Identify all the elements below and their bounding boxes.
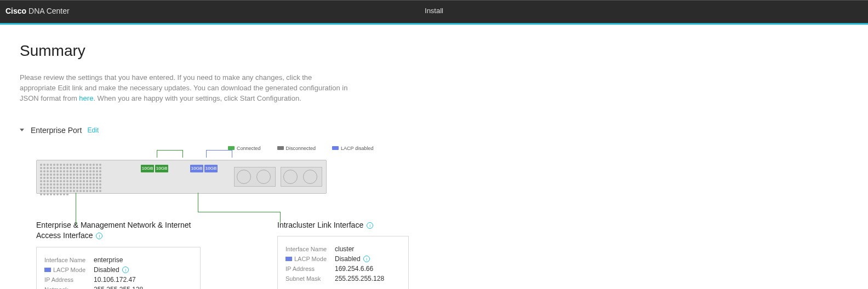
appliance-chassis: 10GB 10GB 10GB 10GB (36, 160, 327, 194)
label-lacp: LACP Mode (285, 256, 335, 262)
label-ip: IP Address (44, 276, 94, 283)
legend-disconnected: Disconnected (286, 146, 316, 151)
appliance-diagram: 10GB 10GB 10GB 10GB (36, 154, 365, 198)
cluster-interface-block: Intracluster Link Interface i Interface … (277, 220, 409, 289)
legend-connected: Connected (237, 146, 261, 151)
cluster-card: Interface Namecluster LACP ModeDisabled … (277, 236, 409, 289)
section-enterprise-port-header[interactable]: Enterprise Port Edit (20, 126, 868, 135)
connector-line (198, 193, 198, 212)
value-ip: 169.254.6.66 (335, 265, 373, 273)
enterprise-card: Interface Nameenterprise LACP ModeDisabl… (36, 247, 201, 289)
fan-icon (256, 170, 271, 184)
connector-line (76, 193, 76, 226)
intro-text: Please review the settings that you have… (20, 73, 349, 104)
brand: Cisco DNA Center (5, 7, 70, 15)
brand-bold: Cisco (5, 7, 26, 15)
vent-grille (39, 163, 105, 190)
info-icon[interactable]: i (96, 233, 102, 239)
port-icon (285, 257, 292, 261)
cluster-title-text: Intracluster Link Interface (277, 221, 363, 229)
label-netmask: Netmask (44, 286, 94, 289)
port-tag-10gb: 10GB (141, 165, 154, 172)
psu-module (281, 167, 322, 187)
port-tag-10gb: 10GB (190, 165, 203, 172)
page-title: Summary (20, 42, 868, 60)
info-icon[interactable]: i (122, 267, 129, 273)
intro-part2: . When you are happy with your settings,… (93, 94, 301, 102)
section-name: Enterprise Port (31, 126, 82, 135)
tab-install[interactable]: Install (425, 7, 443, 15)
chevron-down-icon (20, 129, 24, 131)
value-ifname: cluster (335, 245, 354, 253)
fan-icon (303, 170, 317, 184)
psu-module (234, 167, 276, 187)
label-lacp: LACP Mode (44, 267, 94, 273)
enterprise-interface-block: Enterprise & Management Network & Intern… (36, 220, 201, 289)
label-subnet: Subnet Mask (285, 275, 335, 282)
value-lacp: Disabled i (335, 255, 370, 263)
value-ip: 10.106.172.47 (94, 276, 136, 284)
info-icon[interactable]: i (363, 256, 370, 262)
port-tag-10gb: 10GB (204, 165, 218, 172)
value-ifname: enterprise (94, 256, 123, 264)
port-tag-10gb: 10GB (155, 165, 168, 172)
legend-lacp: LACP disabled (341, 146, 373, 151)
legend-swatch-disconnected (277, 146, 284, 150)
edit-link[interactable]: Edit (87, 126, 99, 134)
label-ip: IP Address (285, 265, 335, 272)
bracket-cluster (206, 150, 232, 158)
brand-rest: DNA Center (26, 7, 70, 15)
top-bar: Cisco DNA Center Install (0, 0, 868, 23)
label-ifname: Interface Name (44, 257, 94, 263)
fan-icon (237, 170, 251, 184)
port-icon (44, 268, 51, 272)
value-subnet: 255.255.255.128 (335, 275, 384, 282)
info-icon[interactable]: i (367, 222, 373, 229)
enterprise-title-text: Enterprise & Management Network & Intern… (36, 221, 191, 240)
connector-line (198, 212, 280, 212)
enterprise-card-title: Enterprise & Management Network & Intern… (36, 220, 201, 241)
fan-icon (283, 170, 298, 184)
bracket-enterprise (157, 150, 183, 158)
value-netmask: 255.255.255.128 (94, 286, 143, 289)
cluster-card-title: Intracluster Link Interface i (277, 220, 409, 231)
connector-line (280, 212, 281, 223)
label-ifname: Interface Name (285, 246, 335, 252)
legend-swatch-lacp (332, 146, 339, 150)
port-legend: Connected Disconnected LACP disabled (228, 146, 868, 151)
value-lacp: Disabled i (94, 266, 129, 274)
download-json-link[interactable]: here (79, 94, 93, 102)
